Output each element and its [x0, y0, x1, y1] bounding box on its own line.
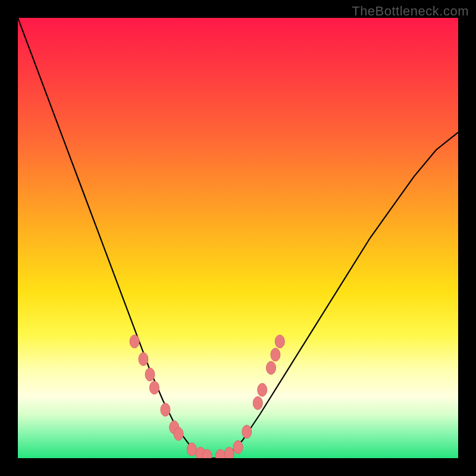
- marker-group: [130, 335, 284, 458]
- marker-dot: [267, 361, 276, 374]
- marker-dot: [145, 368, 155, 381]
- marker-dot: [174, 427, 183, 440]
- chart-frame: TheBottleneck.com: [0, 0, 476, 476]
- marker-dot: [258, 383, 267, 396]
- marker-dot: [233, 441, 243, 454]
- marker-dot: [224, 447, 234, 458]
- marker-dot: [139, 353, 148, 366]
- bottleneck-curve: [18, 18, 458, 458]
- marker-dot: [130, 335, 139, 348]
- plot-area: [18, 18, 458, 458]
- marker-dot: [253, 397, 262, 410]
- marker-dot: [161, 403, 170, 416]
- marker-dot: [275, 335, 284, 348]
- marker-dot: [271, 348, 280, 361]
- marker-dot: [149, 381, 159, 394]
- marker-dot: [242, 425, 252, 439]
- watermark-text: TheBottleneck.com: [352, 4, 469, 19]
- marker-dot: [187, 443, 196, 456]
- marker-dot: [215, 449, 225, 458]
- overlay-svg: [18, 18, 458, 458]
